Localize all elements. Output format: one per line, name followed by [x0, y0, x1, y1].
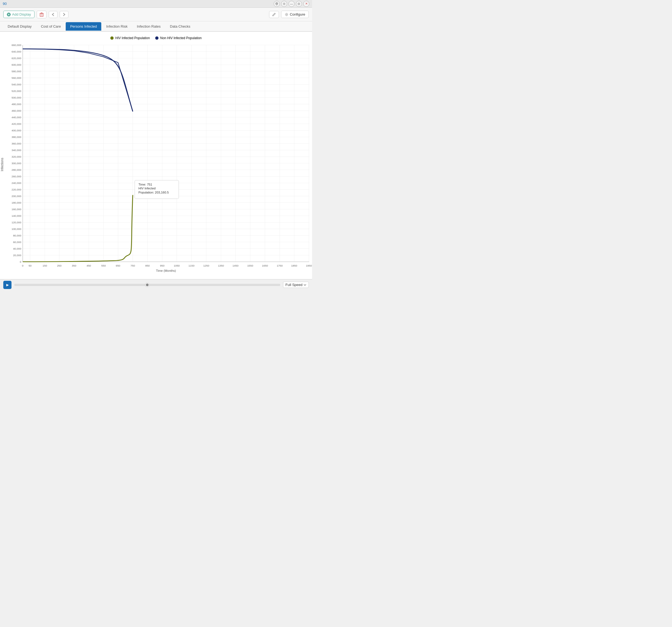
svg-text:1050: 1050	[174, 264, 180, 267]
y-axis-label: Infections	[0, 158, 4, 171]
svg-text:20,000: 20,000	[13, 254, 21, 257]
svg-text:0: 0	[22, 264, 23, 267]
svg-point-1	[284, 3, 285, 4]
svg-text:1950: 1950	[306, 264, 312, 267]
svg-text:520,000: 520,000	[11, 90, 21, 93]
svg-text:100,000: 100,000	[11, 228, 21, 231]
nonhiv-curve	[23, 49, 133, 112]
bottombar: ▶ Full Speed	[0, 279, 312, 290]
svg-text:850: 850	[145, 264, 150, 267]
svg-text:620,000: 620,000	[11, 57, 21, 60]
svg-text:220,000: 220,000	[11, 188, 21, 191]
svg-text:560,000: 560,000	[11, 77, 21, 80]
hiv-curve	[23, 195, 133, 262]
svg-point-4	[286, 14, 287, 15]
svg-text:340,000: 340,000	[11, 149, 21, 152]
speed-label: Full Speed	[286, 283, 303, 287]
y-axis-ticks: 660,000 640,000 620,000 600,000 580,000 …	[11, 44, 21, 264]
svg-text:400,000: 400,000	[11, 129, 21, 132]
progress-bar[interactable]	[14, 284, 280, 286]
x-axis-label: Time (Months)	[156, 269, 176, 272]
tab-default[interactable]: Default Display	[3, 22, 36, 31]
play-button[interactable]: ▶	[3, 281, 11, 289]
svg-text:580,000: 580,000	[11, 70, 21, 73]
legend-hiv-dot	[110, 37, 114, 40]
svg-text:320,000: 320,000	[11, 155, 21, 159]
nonhiv-line	[23, 49, 133, 112]
close-alt-icon[interactable]: ◎	[296, 1, 302, 7]
svg-text:500,000: 500,000	[11, 96, 21, 99]
svg-text:200,000: 200,000	[11, 195, 21, 198]
tooltip-time: Time: 751	[139, 183, 152, 186]
close-icon[interactable]: ✕	[303, 1, 309, 7]
svg-text:80,000: 80,000	[13, 234, 21, 237]
svg-text:440,000: 440,000	[11, 116, 21, 119]
svg-text:380,000: 380,000	[11, 136, 21, 139]
x-axis-ticks: 0 50 150 250 350 450 550 650 750 850 950…	[22, 264, 312, 267]
svg-text:260,000: 260,000	[11, 175, 21, 178]
progress-dot[interactable]	[145, 283, 149, 287]
delete-button[interactable]	[37, 11, 47, 18]
svg-text:50: 50	[28, 264, 31, 267]
titlebar: 90 — ◎ ✕	[0, 0, 312, 8]
svg-text:1750: 1750	[277, 264, 283, 267]
svg-text:350: 350	[72, 264, 76, 267]
tooltip-label2: Population: 203,160.5	[139, 191, 169, 194]
svg-text:1250: 1250	[203, 264, 209, 267]
svg-text:1850: 1850	[291, 264, 297, 267]
settings-icon[interactable]	[281, 1, 287, 7]
svg-text:1350: 1350	[218, 264, 224, 267]
tab-risk[interactable]: Infection Risk	[102, 22, 132, 31]
minimize-icon[interactable]: —	[289, 1, 294, 7]
tab-persons[interactable]: Persons Infected	[66, 22, 101, 31]
configure-button[interactable]: Configure	[281, 11, 309, 18]
toolbar: Add Display Configure	[0, 8, 312, 21]
svg-text:150: 150	[43, 264, 47, 267]
svg-text:750: 750	[130, 264, 135, 267]
back-button[interactable]	[49, 11, 57, 18]
svg-text:140,000: 140,000	[11, 215, 21, 218]
forward-button[interactable]	[60, 11, 68, 18]
svg-text:1650: 1650	[262, 264, 268, 267]
legend-nonhiv-dot	[155, 37, 159, 40]
titlebar-value: 90	[3, 2, 6, 6]
svg-text:360,000: 360,000	[11, 142, 21, 145]
svg-text:40,000: 40,000	[13, 247, 21, 250]
svg-text:250: 250	[57, 264, 61, 267]
svg-text:660,000: 660,000	[11, 44, 21, 47]
add-display-button[interactable]: Add Display	[3, 11, 34, 18]
svg-text:160,000: 160,000	[11, 208, 21, 211]
svg-text:0: 0	[20, 261, 21, 264]
pencil-button[interactable]	[269, 11, 279, 18]
legend-hiv: HIV Infected Population	[110, 36, 150, 40]
svg-text:950: 950	[160, 264, 165, 267]
tab-checks[interactable]: Data Checks	[166, 22, 195, 31]
svg-text:300,000: 300,000	[11, 162, 21, 165]
tabbar: Default Display Cost of Care Persons Inf…	[0, 21, 312, 32]
svg-text:480,000: 480,000	[11, 103, 21, 106]
svg-text:1150: 1150	[189, 264, 195, 267]
chart-svg: Infections .grid-line { stroke: #e0e0e0;…	[0, 41, 312, 278]
grid-vertical	[23, 45, 309, 262]
add-display-label: Add Display	[12, 12, 31, 17]
chart-area: HIV Infected Population Non HIV Infected…	[0, 32, 312, 279]
svg-rect-3	[40, 14, 43, 17]
svg-text:600,000: 600,000	[11, 64, 21, 67]
chevron-down-icon	[304, 284, 306, 286]
legend-nonhiv-label: Non HIV Infected Population	[160, 36, 201, 40]
svg-text:1450: 1450	[232, 264, 238, 267]
svg-text:640,000: 640,000	[11, 50, 21, 53]
svg-text:450: 450	[87, 264, 91, 267]
svg-text:280,000: 280,000	[11, 169, 21, 172]
svg-text:180,000: 180,000	[11, 201, 21, 204]
legend-nonhiv: Non HIV Infected Population	[155, 36, 201, 40]
svg-text:1550: 1550	[247, 264, 253, 267]
tab-cost[interactable]: Cost of Care	[37, 22, 65, 31]
svg-text:60,000: 60,000	[13, 241, 21, 244]
legend-hiv-label: HIV Infected Population	[115, 36, 150, 40]
tab-rates[interactable]: Infection Rates	[133, 22, 165, 31]
speed-select[interactable]: Full Speed	[283, 282, 309, 288]
location-icon[interactable]	[274, 1, 280, 7]
svg-text:460,000: 460,000	[11, 110, 21, 113]
svg-text:120,000: 120,000	[11, 221, 21, 224]
